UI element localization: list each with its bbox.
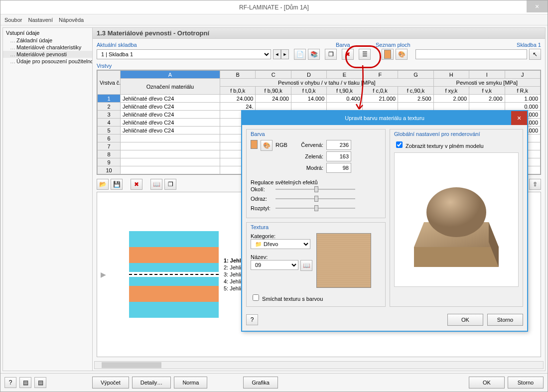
table-row[interactable]: 2Jehličnaté dřevo C2424.0.000 [98,103,541,111]
layer-band [129,286,219,302]
copy-rows-icon[interactable]: ❐ [164,179,176,190]
window-title: RF-LAMINATE - [Dům 1A] [239,4,309,11]
graphic-button[interactable]: Grafika [243,377,277,389]
excel-import-icon[interactable]: ⇧ [529,179,541,190]
color-swatch-button[interactable] [382,49,394,60]
dialog-close-button[interactable]: × [511,111,527,125]
layer-stack [129,231,219,318]
nav-item-basic[interactable]: Základní údaje [3,37,92,44]
delete-row-icon[interactable]: ✖ [131,179,142,190]
layer-band [129,231,219,247]
layer-band [129,247,219,263]
book-icon[interactable]: 📖 [150,179,162,190]
menu-settings[interactable]: Nastavení [28,17,53,23]
layer-band [129,263,219,272]
swatch-icon [384,50,391,59]
lighting-label: Regulace světelných efektů [251,179,381,185]
report-icon[interactable]: ▤ [19,377,31,388]
nav-tree: Vstupní údaje Základní údaje Materiálové… [3,28,93,371]
print-icon[interactable]: ▤ [34,377,46,388]
copy-icon[interactable]: ❐ [325,49,337,60]
window-close-button[interactable]: × [527,0,548,12]
group-render: Globální nastavení pro renderování Zobra… [390,129,523,307]
dialog-ok-button[interactable]: OK [447,314,483,326]
lbl-skladba: Aktuální skladba [97,42,336,48]
group-barva: Barva 🎨 RGBČervená: Zelená: Modrá: Regul… [246,129,386,218]
help-icon[interactable]: ? [4,377,16,388]
diffuse-slider[interactable] [275,204,355,212]
seznam-ploch-field[interactable] [415,49,527,59]
h-scrollbar[interactable] [94,361,544,369]
top-row: Aktuální skladba Barva Seznam ploch Skla… [93,39,545,61]
color-picker-button[interactable]: 🎨 [396,49,408,60]
color-preview-swatch [251,140,258,149]
category-combo[interactable]: 📁 Dřevo [251,239,310,249]
show-textures-checkbox[interactable]: Zobrazit textury v plném modelu [394,143,484,149]
skladba-combo[interactable]: 1 | Skladba 1 [97,49,271,59]
color-dialog: Upravit barvu materiálu a texturu × Barv… [241,110,528,332]
expand-arrow-icon[interactable]: ▶ [97,270,109,278]
annotation-highlight [345,45,381,68]
svg-marker-1 [414,247,499,267]
name-combo[interactable]: 09 [251,260,298,270]
mix-checkbox[interactable]: Smíchat texturu s barvou [251,296,323,302]
pick-surfaces-button[interactable]: ↖ [529,49,541,60]
ok-button[interactable]: OK [469,377,505,389]
layers-label: Vrstvy [97,63,541,69]
cancel-button[interactable]: Storno [508,377,544,389]
center-line [129,274,219,275]
nav-root[interactable]: Vstupní údaje [3,30,92,37]
footer: ? ▤ ▤ Výpočet Detaily… Norma Grafika OK … [0,373,548,392]
dialog-help-icon[interactable]: ? [246,314,258,325]
svg-point-3 [426,187,486,237]
red-input[interactable] [326,140,351,150]
group-textura: Textura Kategorie: 📁 Dřevo Název: 09 📖 [246,222,386,307]
dialog-cancel-button[interactable]: Storno [487,314,523,326]
layer-band [129,302,219,318]
skladba-prev-button[interactable]: ◄ [273,49,281,59]
nav-item-matchar[interactable]: Materiálové charakteristiky [3,44,92,51]
col-vrstva: Vrstva č. [98,71,121,95]
render-preview [394,152,519,287]
open-icon[interactable]: 📂 [97,179,109,190]
skladba-next-button[interactable]: ► [281,49,289,59]
menubar: Soubor Nastavení Nápověda [0,14,548,25]
table-row[interactable]: 1Jehličnaté dřevo C2424.00024.00014.0000… [98,95,541,103]
layer-band [129,277,219,286]
colhead-A[interactable]: A [121,71,220,79]
reflect-slider[interactable] [275,195,355,203]
details-button[interactable]: Detaily… [132,377,171,389]
browse-icon[interactable]: 📖 [300,260,312,271]
blue-input[interactable] [326,163,351,173]
texture-preview [316,233,371,288]
library-icon[interactable]: 📚 [308,49,320,60]
new-icon[interactable]: 📄 [294,49,306,60]
palette-icon[interactable]: 🎨 [261,140,273,151]
norm-button[interactable]: Norma [174,377,207,389]
lbl-skladba-right: Skladba 1 [517,42,541,48]
nav-item-sls[interactable]: Údaje pro posouzení použitelnosti [3,58,92,65]
nav-item-matstr[interactable]: Materiálové pevnosti [3,51,92,58]
save-icon[interactable]: 💾 [111,179,123,190]
lbl-seznam: Seznam ploch [376,42,517,48]
menu-file[interactable]: Soubor [4,17,22,23]
ambient-slider[interactable] [275,185,355,193]
main-window: RF-LAMINATE - [Dům 1A] × Soubor Nastaven… [0,0,548,392]
dialog-titlebar[interactable]: Upravit barvu materiálu a texturu × [242,111,527,125]
calc-button[interactable]: Výpočet [92,377,129,389]
menu-help[interactable]: Nápověda [59,17,84,23]
section-title: 1.3 Materiálové pevnosti - Ortotropní [93,28,545,39]
titlebar: RF-LAMINATE - [Dům 1A] × [0,0,548,14]
green-input[interactable] [326,151,351,161]
